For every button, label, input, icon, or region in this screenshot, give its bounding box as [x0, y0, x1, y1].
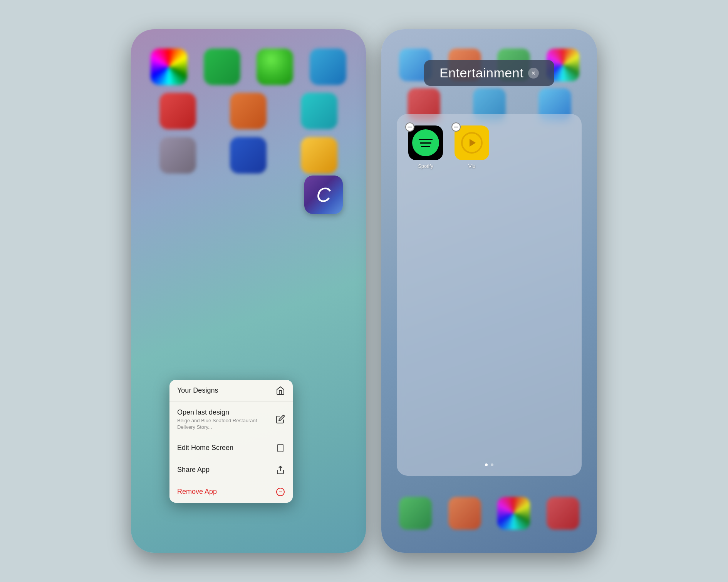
- spotify-label: Spotify: [418, 163, 433, 169]
- bg-icon: [159, 93, 196, 129]
- spotify-line: [420, 142, 431, 144]
- edit-icon: [276, 415, 285, 424]
- dot-active: [485, 463, 488, 466]
- bg-icon: [497, 497, 530, 530]
- folder-title: Entertainment: [439, 65, 523, 80]
- spotify-inner: [412, 129, 439, 156]
- folder-apps-row: Spotify Viu: [408, 125, 570, 169]
- bg-icon: [230, 93, 267, 129]
- canva-letter: C: [316, 185, 331, 205]
- play-triangle-icon: [470, 139, 476, 147]
- menu-item-title: Open last design: [177, 408, 276, 417]
- viu-play-circle: [461, 132, 483, 154]
- bg-icon: [310, 48, 346, 85]
- canva-app-icon[interactable]: C: [304, 176, 343, 214]
- folder-close-button[interactable]: ✕: [528, 68, 539, 79]
- bg-icon: [547, 497, 579, 530]
- bg-icon: [399, 497, 432, 530]
- phone-icon: [276, 443, 285, 453]
- menu-item-subtitle: Beige and Blue Seafood Restaurant Delive…: [177, 418, 276, 431]
- bg-icon: [230, 137, 267, 174]
- minus-icon: [454, 127, 458, 127]
- menu-item-left: Edit Home Screen: [177, 443, 233, 452]
- spotify-line: [419, 139, 433, 140]
- viu-icon: [455, 125, 489, 160]
- svg-rect-0: [278, 444, 283, 452]
- bg-icon: [151, 48, 187, 85]
- phone-right: Entertainment ✕: [381, 29, 597, 553]
- menu-item-share-app[interactable]: Share App: [169, 459, 293, 481]
- menu-item-title: Edit Home Screen: [177, 443, 233, 452]
- menu-item-left: Share App: [177, 465, 210, 474]
- remove-badge-spotify[interactable]: [405, 122, 414, 132]
- bg-icon: [301, 93, 337, 129]
- bg-icon: [448, 497, 481, 530]
- spotify-icon: [408, 125, 443, 160]
- folder-app-spotify[interactable]: Spotify: [408, 125, 443, 169]
- home-icon: [276, 386, 285, 395]
- folder-dots: [485, 463, 493, 466]
- remove-badge-viu[interactable]: [451, 122, 461, 132]
- menu-item-edit-home[interactable]: Edit Home Screen: [169, 437, 293, 459]
- phone-left: C Your Designs Open last design Beige an…: [131, 29, 366, 553]
- close-icon: ✕: [531, 70, 536, 76]
- menu-item-left: Open last design Beige and Blue Seafood …: [177, 408, 276, 431]
- minus-icon: [408, 127, 412, 127]
- menu-item-title: Share App: [177, 465, 210, 474]
- context-menu: Your Designs Open last design Beige and …: [169, 380, 293, 503]
- menu-item-left: Remove App: [177, 487, 217, 496]
- share-icon: [276, 465, 285, 475]
- main-container: C Your Designs Open last design Beige an…: [0, 0, 728, 582]
- bg-icon: [257, 48, 293, 85]
- menu-item-open-last[interactable]: Open last design Beige and Blue Seafood …: [169, 402, 293, 437]
- spotify-line: [421, 146, 430, 147]
- viu-label: Viu: [468, 163, 476, 169]
- bg-icon: [159, 137, 196, 174]
- menu-item-remove-app[interactable]: Remove App: [169, 481, 293, 503]
- bg-icon: [301, 137, 337, 174]
- folder-app-viu[interactable]: Viu: [455, 125, 489, 169]
- dot-inactive: [491, 463, 493, 466]
- menu-item-your-designs[interactable]: Your Designs: [169, 380, 293, 402]
- remove-circle-icon: [276, 487, 285, 497]
- menu-item-left: Your Designs: [177, 386, 218, 395]
- menu-item-title: Your Designs: [177, 386, 218, 395]
- folder-content: Spotify Viu: [397, 114, 582, 476]
- menu-item-title: Remove App: [177, 487, 217, 496]
- bg-icon: [204, 48, 240, 85]
- folder-title-bar: Entertainment ✕: [424, 60, 554, 86]
- spotify-lines: [419, 139, 433, 147]
